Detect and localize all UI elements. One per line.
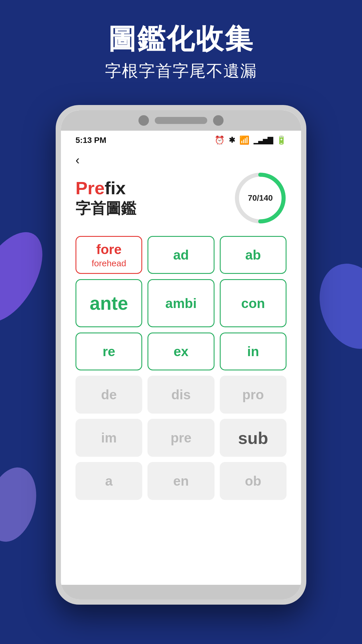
alarm-icon: ⏰ — [215, 135, 225, 145]
tile-de[interactable]: de — [75, 376, 142, 414]
tile-ob[interactable]: ob — [220, 462, 287, 500]
tile-ab[interactable]: ab — [220, 236, 287, 274]
header-area: 圖鑑化收集 字根字首字尾不遺漏 — [0, 0, 362, 82]
progress-circle: 70/140 — [234, 172, 287, 224]
battery-icon: 🔋 — [276, 135, 287, 145]
tile-main-ex: ex — [173, 344, 188, 359]
phone-screen: 5:13 PM ⏰ ✱ 📶 ▁▃▅▇ 🔋 ‹ — [61, 110, 301, 599]
word-grid: foreforeheadadabanteambiconreexindedispr… — [75, 236, 287, 500]
tile-main-fore: fore — [96, 242, 122, 257]
tile-con[interactable]: con — [220, 279, 287, 327]
tile-fore[interactable]: foreforehead — [75, 236, 142, 274]
phone-content: ‹ Prefix 字首圖鑑 70 — [61, 147, 301, 585]
title-progress-row: Prefix 字首圖鑑 70/140 — [75, 172, 287, 224]
status-time: 5:13 PM — [75, 136, 106, 145]
phone-mockup: 5:13 PM ⏰ ✱ 📶 ▁▃▅▇ 🔋 ‹ — [56, 105, 306, 605]
tile-main-a: a — [105, 473, 113, 489]
header-subtitle: 字根字首字尾不遺漏 — [0, 60, 362, 82]
tile-main-de: de — [101, 387, 117, 402]
title-block: Prefix 字首圖鑑 — [75, 178, 136, 219]
tile-ex[interactable]: ex — [147, 332, 214, 370]
tile-a[interactable]: a — [75, 462, 142, 500]
tile-main-ante: ante — [90, 293, 128, 314]
tile-sub[interactable]: sub — [220, 419, 287, 457]
status-icons: ⏰ ✱ 📶 ▁▃▅▇ 🔋 — [215, 135, 287, 145]
prefix-red-text: Pre — [75, 178, 105, 198]
phone-frame: 5:13 PM ⏰ ✱ 📶 ▁▃▅▇ 🔋 ‹ — [56, 105, 306, 605]
decorative-blob-purple — [0, 221, 56, 333]
tile-main-sub: sub — [238, 428, 268, 448]
speaker-grille — [155, 117, 207, 124]
back-button[interactable]: ‹ — [75, 153, 287, 167]
phone-top-bar — [61, 110, 301, 131]
tile-im[interactable]: im — [75, 419, 142, 457]
tile-main-ambi: ambi — [165, 295, 196, 311]
camera-right — [213, 115, 224, 126]
tile-main-ob: ob — [245, 473, 261, 489]
progress-text: 70/140 — [248, 193, 273, 203]
prefix-title: Prefix — [75, 178, 136, 198]
tile-main-pre: pre — [171, 430, 191, 446]
tile-main-im: im — [101, 430, 117, 446]
decorative-blob-purple2 — [0, 462, 44, 547]
tile-ad[interactable]: ad — [147, 236, 214, 274]
decorative-blob-blue — [308, 254, 362, 358]
tile-in[interactable]: in — [220, 332, 287, 370]
tile-pro[interactable]: pro — [220, 376, 287, 414]
status-bar: 5:13 PM ⏰ ✱ 📶 ▁▃▅▇ 🔋 — [61, 131, 301, 147]
tile-pre[interactable]: pre — [147, 419, 214, 457]
tile-main-pro: pro — [242, 387, 264, 402]
header-title: 圖鑑化收集 — [0, 23, 362, 54]
tile-re[interactable]: re — [75, 332, 142, 370]
signal-icon: ▁▃▅▇ — [254, 136, 272, 144]
tile-main-ad: ad — [173, 247, 189, 263]
tile-ambi[interactable]: ambi — [147, 279, 214, 327]
tile-ante[interactable]: ante — [75, 279, 142, 327]
tile-main-con: con — [241, 295, 265, 311]
prefix-subtitle: 字首圖鑑 — [75, 198, 136, 219]
tile-main-in: in — [247, 344, 259, 359]
camera-left — [138, 115, 149, 126]
bluetooth-icon: ✱ — [229, 136, 235, 145]
tile-sub-fore: forehead — [92, 258, 126, 268]
wifi-icon: 📶 — [239, 135, 249, 145]
tile-dis[interactable]: dis — [147, 376, 214, 414]
tile-main-dis: dis — [171, 387, 191, 402]
tile-main-re: re — [103, 344, 115, 359]
tile-main-en: en — [173, 473, 189, 489]
tile-main-ab: ab — [245, 247, 261, 263]
phone-bottom-bar — [61, 585, 301, 599]
tile-en[interactable]: en — [147, 462, 214, 500]
prefix-black-text: fix — [105, 178, 126, 198]
